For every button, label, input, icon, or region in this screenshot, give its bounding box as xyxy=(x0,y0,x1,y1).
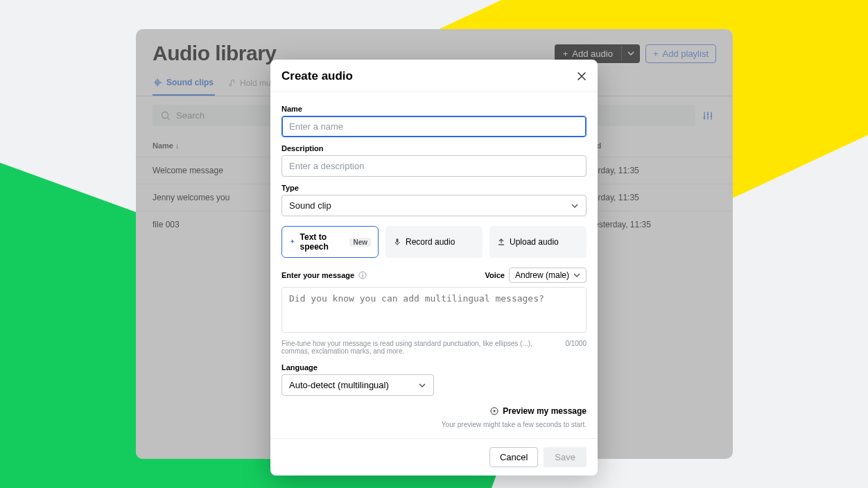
modal-title: Create audio xyxy=(281,69,353,83)
enter-message-label: Enter your message xyxy=(281,271,354,279)
type-select[interactable]: Sound clip xyxy=(281,195,587,216)
save-button[interactable]: Save xyxy=(544,447,587,467)
chevron-down-icon xyxy=(418,381,426,390)
message-textarea[interactable] xyxy=(281,287,587,333)
name-input[interactable] xyxy=(281,116,587,137)
cancel-button[interactable]: Cancel xyxy=(489,447,538,467)
language-label: Language xyxy=(281,363,587,372)
voice-label: Voice xyxy=(485,271,505,279)
tts-label: Text to speech xyxy=(300,232,346,252)
description-label: Description xyxy=(281,144,587,152)
upload-icon xyxy=(497,238,505,246)
upload-audio-option[interactable]: Upload audio xyxy=(489,226,587,258)
new-badge: New xyxy=(349,238,371,247)
description-input[interactable] xyxy=(281,155,587,177)
close-button[interactable] xyxy=(577,71,587,81)
preview-hint: Your preview might take a few seconds to… xyxy=(281,421,587,428)
info-icon[interactable] xyxy=(358,271,367,279)
preview-label: Preview my message xyxy=(503,406,587,416)
type-value: Sound clip xyxy=(289,200,331,211)
language-select[interactable]: Auto-detect (multilingual) xyxy=(281,374,434,396)
create-audio-modal: Create audio Name Description Type Sound… xyxy=(270,60,598,476)
language-value: Auto-detect (multilingual) xyxy=(289,380,389,390)
sparkle-icon xyxy=(289,238,296,246)
name-label: Name xyxy=(281,105,587,113)
message-hint: Fine-tune how your message is read using… xyxy=(281,340,551,355)
chevron-down-icon xyxy=(571,202,579,210)
char-counter: 0/1000 xyxy=(565,340,587,355)
microphone-icon xyxy=(393,238,401,246)
type-label: Type xyxy=(281,184,587,192)
record-label: Record audio xyxy=(406,237,455,247)
chevron-down-icon xyxy=(573,272,580,279)
svg-rect-4 xyxy=(397,238,399,243)
close-icon xyxy=(577,71,587,81)
voice-value: Andrew (male) xyxy=(515,270,569,280)
upload-label: Upload audio xyxy=(510,237,559,247)
preview-button[interactable]: Preview my message xyxy=(490,406,587,416)
play-icon xyxy=(490,407,498,415)
record-audio-option[interactable]: Record audio xyxy=(385,226,483,258)
text-to-speech-option[interactable]: Text to speech New xyxy=(281,226,379,258)
voice-select[interactable]: Andrew (male) xyxy=(509,268,587,283)
